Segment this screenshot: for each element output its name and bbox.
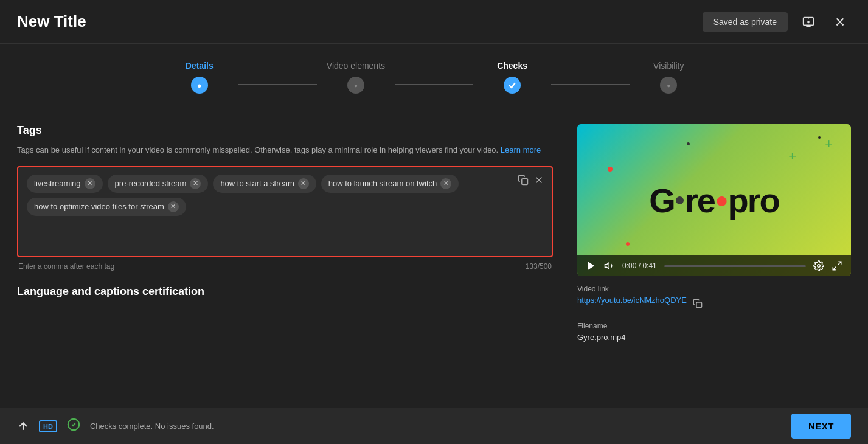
alert-icon	[802, 15, 815, 29]
fullscreen-button[interactable]	[832, 260, 842, 271]
next-button[interactable]: NEXT	[791, 414, 851, 439]
tag-close-how-to-start[interactable]: ✕	[298, 178, 309, 189]
language-section: Language and captions certification	[17, 285, 553, 298]
stepper-item-details[interactable]: Details ●	[160, 61, 238, 94]
alert-icon-button[interactable]	[797, 11, 819, 33]
stepper-circle-video-elements: ●	[347, 77, 364, 94]
tags-description: Tags can be useful if content in your vi…	[17, 144, 553, 156]
language-section-title: Language and captions certification	[17, 285, 553, 298]
stepper-item-checks[interactable]: Checks	[473, 61, 552, 94]
svg-rect-12	[696, 302, 702, 308]
stepper-item-video-elements[interactable]: Video elements ●	[317, 61, 395, 94]
deco-dot-dark2	[818, 136, 821, 139]
tag-label: how to start a stream	[220, 179, 294, 188]
deco-plus-1: +	[825, 136, 833, 152]
tag-close-livestreaming[interactable]: ✕	[85, 178, 95, 189]
tags-wrapper: livestreaming ✕ pre-recorded stream ✕	[27, 175, 543, 216]
tags-count: 133/500	[526, 262, 552, 271]
tags-footer: Enter a comma after each tag 133/500	[17, 262, 553, 271]
tag-input[interactable]	[191, 202, 227, 211]
stepper-circle-checks	[504, 77, 521, 94]
stepper-connector-2	[395, 84, 473, 85]
deco-dot-red2	[626, 242, 630, 246]
fullscreen-icon	[832, 260, 842, 271]
svg-line-11	[833, 267, 836, 270]
copy-link-icon	[693, 299, 703, 308]
tag-how-to-optimize: how to optimize video files for stream ✕	[27, 198, 186, 216]
tags-container[interactable]: livestreaming ✕ pre-recorded stream ✕	[17, 166, 553, 257]
logo-dot	[676, 196, 684, 204]
volume-button[interactable]	[604, 260, 615, 271]
tags-section-title: Tags	[17, 124, 553, 137]
video-thumbnail: + + G re • pro	[577, 124, 851, 276]
video-controls: 0:00 / 0:41	[577, 255, 851, 276]
svg-point-1	[808, 21, 809, 23]
tag-livestreaming: livestreaming ✕	[27, 175, 103, 193]
copy-link-button[interactable]	[693, 299, 703, 311]
learn-more-link[interactable]: Learn more	[501, 145, 541, 154]
tag-pre-recorded-stream: pre-recorded stream ✕	[108, 175, 209, 193]
tag-how-to-start-a-stream: how to start a stream ✕	[213, 175, 316, 193]
tag-close-how-to-optimize[interactable]: ✕	[168, 201, 179, 212]
stepper-label-details: Details	[186, 61, 214, 71]
header-right: Saved as private	[703, 11, 851, 33]
video-progress-bar[interactable]	[664, 265, 806, 267]
stepper-item-visibility[interactable]: Visibility ●	[630, 61, 708, 94]
close-button[interactable]	[829, 11, 851, 33]
svg-point-9	[818, 265, 821, 268]
close-icon	[833, 15, 847, 29]
stepper: Details ● Video elements ● Checks Visibi…	[0, 44, 868, 106]
tag-label: livestreaming	[34, 179, 81, 188]
stepper-items: Details ● Video elements ● Checks Visibi…	[161, 61, 708, 94]
deco-dot-dark	[687, 142, 690, 145]
svg-line-10	[838, 262, 841, 265]
arrow-up-icon	[17, 420, 29, 432]
clear-tags-button[interactable]	[533, 175, 544, 186]
svg-marker-8	[605, 263, 609, 269]
left-panel: Tags Tags can be useful if content in yo…	[17, 124, 577, 397]
play-icon	[586, 260, 597, 271]
tags-hint: Enter a comma after each tag	[18, 262, 114, 271]
tag-how-to-launch-stream-on-twitch: how to launch stream on twitch ✕	[321, 175, 459, 193]
deco-plus-2: +	[788, 148, 796, 164]
stepper-label-visibility: Visibility	[653, 61, 684, 71]
video-link[interactable]: https://youtu.be/icNMzhoQDYE	[577, 296, 687, 305]
filename: Gyre.pro.mp4	[577, 333, 851, 342]
clear-icon	[533, 175, 544, 186]
settings-icon	[813, 260, 824, 271]
stepper-label-video-elements: Video elements	[327, 61, 385, 71]
copy-tags-button[interactable]	[518, 175, 529, 186]
thumbnail-logo: G re • pro	[649, 181, 779, 220]
svg-rect-4	[522, 178, 528, 184]
svg-marker-7	[588, 262, 595, 270]
page-title: New Title	[17, 12, 86, 31]
volume-icon	[604, 260, 615, 271]
stepper-connector-1	[238, 84, 317, 85]
bottom-status-text: Checks complete. No issues found.	[90, 421, 782, 431]
stepper-circle-visibility: ●	[660, 77, 677, 94]
tag-label: how to launch stream on twitch	[328, 179, 437, 188]
video-link-label: Video link	[577, 285, 851, 293]
video-time: 0:00 / 0:41	[622, 262, 657, 270]
saved-badge: Saved as private	[703, 12, 788, 32]
right-panel: + + G re • pro	[577, 124, 851, 397]
main-content: Tags Tags can be useful if content in yo…	[0, 106, 868, 397]
scroll-up-button[interactable]	[17, 420, 29, 432]
tag-close-how-to-launch[interactable]: ✕	[440, 178, 451, 189]
stepper-circle-details: ●	[191, 77, 208, 94]
deco-dot-red	[608, 167, 613, 172]
bottom-bar: HD Checks complete. No issues found. NEX…	[0, 408, 868, 444]
stepper-label-checks: Checks	[497, 61, 527, 71]
video-meta: Video link https://youtu.be/icNMzhoQDYE …	[577, 276, 851, 342]
copy-icon	[518, 175, 529, 186]
settings-button[interactable]	[813, 260, 824, 271]
tag-label: pre-recorded stream	[115, 179, 187, 188]
play-button[interactable]	[586, 260, 597, 271]
hd-badge: HD	[39, 420, 57, 432]
checkmark-circle-icon	[67, 418, 80, 431]
filename-label: Filename	[577, 322, 851, 330]
tags-actions	[518, 175, 544, 186]
checks-complete-icon	[67, 418, 80, 434]
check-icon	[508, 81, 516, 89]
tag-close-pre-recorded[interactable]: ✕	[190, 178, 201, 189]
